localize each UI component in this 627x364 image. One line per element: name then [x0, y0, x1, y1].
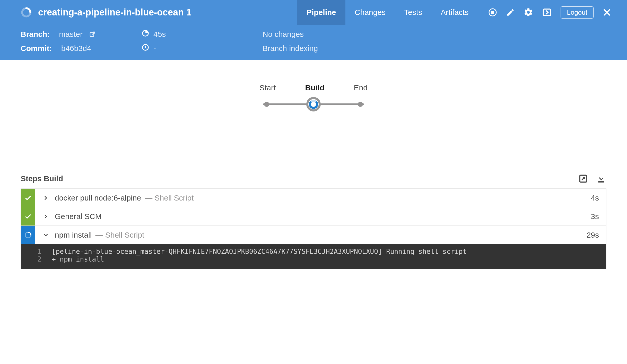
- topbar-actions: Logout: [488, 6, 612, 19]
- stage-label-build: Build: [305, 83, 324, 92]
- open-log-icon[interactable]: [578, 174, 588, 184]
- clock-value: -: [153, 44, 156, 53]
- stage-node-build[interactable]: [306, 97, 321, 111]
- svg-rect-8: [598, 181, 604, 183]
- svg-rect-2: [491, 11, 494, 14]
- stage-node-start[interactable]: [264, 102, 269, 107]
- goto-classic-icon[interactable]: [542, 7, 552, 17]
- steps-section: Steps Build docker pull node:6-alpine — …: [0, 174, 627, 269]
- clock-icon: [142, 44, 149, 53]
- branch-cell: Branch: master: [21, 29, 142, 39]
- pipeline-graph: Start Build End: [0, 60, 627, 174]
- status-success-icon: [21, 207, 35, 226]
- console-line: 1 [peline-in-blue-ocean_master-QHFKIFNIE…: [21, 248, 606, 255]
- status-success-icon: [21, 189, 35, 207]
- stage-label-start: Start: [259, 83, 276, 92]
- download-log-icon[interactable]: [596, 174, 606, 184]
- rerun-icon[interactable]: [488, 8, 497, 17]
- run-info-strip: Branch: master 45s No changes Commit: b4…: [0, 25, 627, 60]
- tab-artifacts[interactable]: Artifacts: [431, 0, 478, 25]
- changes-text: No changes: [263, 30, 304, 39]
- title-group: creating-a-pipeline-in-blue-ocean 1: [21, 7, 191, 18]
- commit-cell: Commit: b46b3d4: [21, 44, 142, 53]
- status-running-icon: [21, 226, 35, 244]
- expand-chevron-icon[interactable]: [40, 195, 52, 201]
- clock-cell: -: [142, 44, 263, 53]
- logout-button[interactable]: Logout: [561, 6, 594, 19]
- stage-label-end: End: [354, 83, 368, 92]
- duration-value: 45s: [153, 30, 166, 39]
- close-icon[interactable]: [602, 8, 612, 17]
- changes-cell: No changes: [263, 29, 606, 39]
- top-tabs: Pipeline Changes Tests Artifacts: [297, 0, 478, 25]
- open-branch-icon[interactable]: [89, 31, 95, 37]
- console-line: 2 + npm install: [21, 255, 606, 263]
- duration-cell: 45s: [142, 29, 263, 39]
- collapse-chevron-icon[interactable]: [40, 232, 52, 238]
- step-row[interactable]: npm install — Shell Script 29s: [21, 226, 606, 244]
- step-meta: — Shell Script: [145, 194, 194, 202]
- console-output[interactable]: 1 [peline-in-blue-ocean_master-QHFKIFNIE…: [21, 244, 606, 269]
- duration-icon: [142, 29, 149, 39]
- tab-changes[interactable]: Changes: [345, 0, 395, 25]
- edit-icon[interactable]: [506, 8, 515, 17]
- line-content: [peline-in-blue-ocean_master-QHFKIFNIE7F…: [52, 248, 467, 255]
- steps-title: Steps Build: [21, 174, 63, 183]
- cause-cell: Branch indexing: [263, 44, 606, 53]
- step-label: General SCM: [55, 212, 102, 221]
- commit-label: Commit:: [21, 44, 52, 53]
- step-duration: 3s: [591, 212, 606, 221]
- branch-label: Branch:: [21, 30, 50, 39]
- step-duration: 29s: [587, 231, 606, 239]
- line-number: 1: [21, 248, 52, 255]
- pipeline-status-spinner-icon: [21, 7, 32, 18]
- svg-rect-3: [543, 9, 551, 15]
- topbar: creating-a-pipeline-in-blue-ocean 1 Pipe…: [0, 0, 627, 25]
- step-meta: — Shell Script: [95, 231, 144, 239]
- expand-chevron-icon[interactable]: [40, 213, 52, 220]
- step-row[interactable]: General SCM 3s: [21, 207, 606, 226]
- line-number: 2: [21, 255, 52, 263]
- line-content: + npm install: [52, 255, 104, 263]
- page-title: creating-a-pipeline-in-blue-ocean 1: [38, 7, 191, 18]
- cause-text: Branch indexing: [263, 44, 318, 53]
- tab-tests[interactable]: Tests: [395, 0, 431, 25]
- step-duration: 4s: [591, 194, 606, 202]
- branch-value: master: [59, 30, 83, 39]
- gear-icon[interactable]: [524, 7, 533, 17]
- step-row[interactable]: docker pull node:6-alpine — Shell Script…: [21, 188, 606, 207]
- commit-value: b46b3d4: [61, 44, 91, 53]
- step-label: docker pull node:6-alpine: [55, 194, 141, 202]
- step-label: npm install: [55, 231, 92, 239]
- tab-pipeline[interactable]: Pipeline: [297, 0, 345, 25]
- stage-node-end[interactable]: [358, 102, 363, 107]
